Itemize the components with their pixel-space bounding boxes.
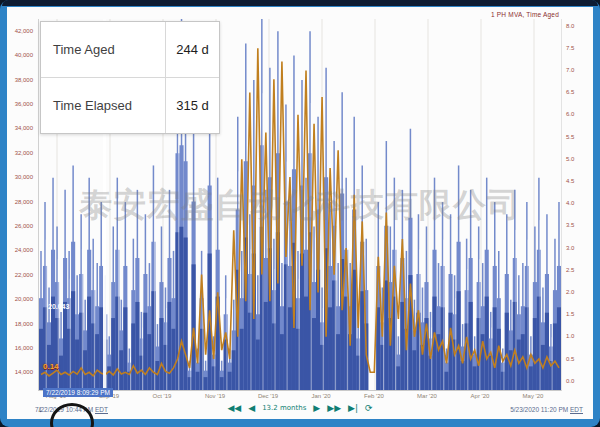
step-back-button[interactable]: ◀ <box>248 403 255 413</box>
month-label: Jan '20 <box>304 393 338 399</box>
month-label: Mar '20 <box>410 393 444 399</box>
right-axis-tick: 1.0 <box>566 333 574 339</box>
left-axis-tick: 22,000 <box>15 272 33 278</box>
left-axis-tick: 38,000 <box>15 77 33 83</box>
right-axis-tick: 7.5 <box>566 45 574 51</box>
month-label: Dec '19 <box>251 393 285 399</box>
left-axis-tick: 18,000 <box>15 321 33 327</box>
left-axis-tick: 30,000 <box>15 174 33 180</box>
tooltip-value: 244 d <box>165 22 219 77</box>
end-time-text: 5/23/2020 11:20 PM <box>510 406 568 413</box>
window-title-strip <box>2 0 598 6</box>
left-axis-tick: 26,000 <box>15 223 33 229</box>
right-axis-tick: 2.5 <box>566 267 574 273</box>
right-axis-tick: 3.5 <box>566 222 574 228</box>
app-window: { "window": { "frame_color": "#2e83c6", … <box>0 0 600 427</box>
month-label: Nov '19 <box>198 393 232 399</box>
refresh-button[interactable]: ⟳ <box>365 403 373 413</box>
cursor-timestamp-tooltip: 7/22/2019 8:09:29 PM <box>43 388 113 397</box>
left-axis-tick: 14,000 <box>15 369 33 375</box>
tooltip-row-time-elapsed: Time Elapsed 315 d <box>41 77 219 133</box>
tooltip-value: 315 d <box>165 78 219 133</box>
right-axis-tick: 5.0 <box>566 156 574 162</box>
blue-series-value-label: 20.043 <box>48 303 69 310</box>
jump-to-end-button[interactable]: ▶| <box>348 403 358 413</box>
left-axis-tick: 16,000 <box>15 345 33 351</box>
x-axis-labels: Aug '19Sep '19Oct '19Nov '19Dec '19Jan '… <box>38 393 560 403</box>
left-axis-tick: 28,000 <box>15 199 33 205</box>
right-axis-tick: 0.0 <box>566 378 574 384</box>
right-axis-tick: 3.0 <box>566 245 574 251</box>
left-axis-tick: 32,000 <box>15 150 33 156</box>
step-forward-button[interactable]: ▶ <box>313 403 320 413</box>
tooltip-label: Time Aged <box>41 42 165 57</box>
chart-end-timestamp: 5/23/2020 11:20 PM EDT <box>510 406 583 413</box>
left-axis-ticks: 42,00040,00038,00036,00034,00032,00030,0… <box>7 19 36 390</box>
right-axis-tick: 4.0 <box>566 200 574 206</box>
left-axis-tick: 36,000 <box>15 101 33 107</box>
left-axis-tick: 40,000 <box>15 52 33 58</box>
right-axis-ticks: 8.07.57.06.56.05.55.04.54.03.53.02.52.01… <box>564 19 590 390</box>
tooltip-label: Time Elapsed <box>41 98 165 113</box>
time-range-label: 13.2 months <box>262 404 306 412</box>
skip-back-button[interactable]: ◀◀ <box>227 403 241 413</box>
left-axis-tick: 24,000 <box>15 247 33 253</box>
tooltip-row-time-aged: Time Aged 244 d <box>41 22 219 77</box>
chart-panel: 1 PH MVA, Time Aged 42,00040,00038,00036… <box>7 7 593 419</box>
month-label: Oct '19 <box>145 393 179 399</box>
download-arrow-icon[interactable]: ↓ <box>38 404 43 414</box>
month-label: Feb '20 <box>357 393 391 399</box>
left-axis-tick: 20,000 <box>15 296 33 302</box>
playback-toolbar: ◀◀◀13.2 months▶▶▶▶|⟳ <box>227 403 372 413</box>
right-axis-tick: 6.5 <box>566 89 574 95</box>
right-axis-tick: 5.5 <box>566 134 574 140</box>
right-axis-tick: 1.5 <box>566 311 574 317</box>
month-label: May '20 <box>516 393 550 399</box>
right-axis-tick: 6.0 <box>566 111 574 117</box>
right-axis-tick: 7.0 <box>566 67 574 73</box>
start-time-timezone-link[interactable]: EDT <box>95 406 108 413</box>
left-axis-tick: 34,000 <box>15 125 33 131</box>
skip-forward-button[interactable]: ▶▶ <box>327 403 341 413</box>
orange-series-value-label: 0.14 <box>43 362 59 371</box>
month-label: Apr '20 <box>463 393 497 399</box>
right-axis-tick: 2.0 <box>566 289 574 295</box>
end-time-timezone-link[interactable]: EDT <box>570 406 583 413</box>
value-tooltip-box: Time Aged 244 d Time Elapsed 315 d <box>40 21 220 134</box>
right-axis-tick: 0.5 <box>566 356 574 362</box>
series-legend: 1 PH MVA, Time Aged <box>491 11 559 18</box>
right-axis-tick: 4.5 <box>566 178 574 184</box>
right-axis-tick: 8.0 <box>566 23 574 29</box>
left-axis-tick: 42,000 <box>15 28 33 34</box>
